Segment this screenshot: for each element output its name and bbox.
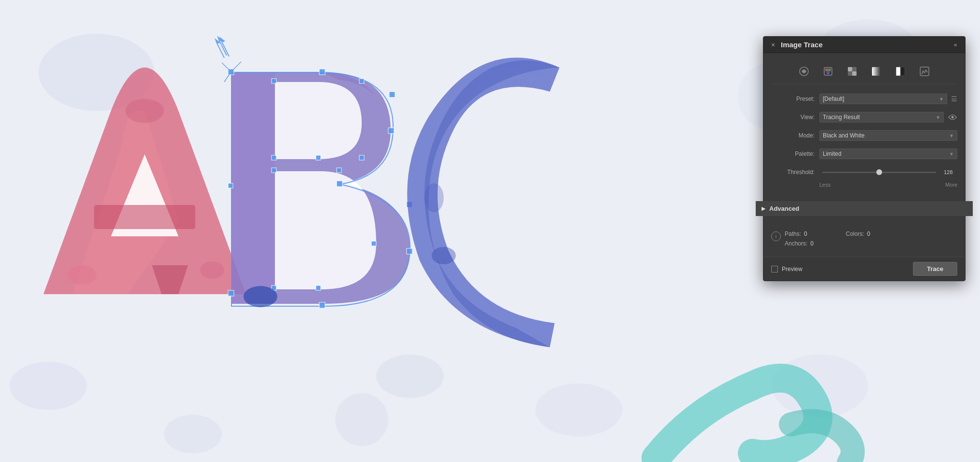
threshold-label: Threshold:: [771, 169, 815, 176]
svg-rect-46: [848, 67, 852, 71]
menu-icon[interactable]: ☰: [951, 95, 957, 103]
stats-grid: Paths: 0 Colors: 0 Anchors: 0: [785, 231, 957, 247]
svg-rect-22: [407, 248, 412, 254]
palette-value: Limited: [823, 150, 842, 157]
palette-row: Palette: Limited ▼: [771, 147, 957, 161]
mode-row: Mode: Black and White ▼: [771, 129, 957, 142]
view-label: View:: [771, 114, 815, 121]
advanced-section[interactable]: ▶ Advanced: [756, 201, 973, 216]
trace-button[interactable]: Trace: [913, 262, 957, 276]
anchors-value: 0: [810, 240, 814, 247]
palette-dropdown[interactable]: Limited ▼: [819, 149, 957, 159]
svg-rect-50: [872, 67, 881, 76]
mode-label: Mode:: [771, 132, 815, 139]
paths-value: 0: [804, 231, 807, 237]
svg-rect-51: [896, 67, 900, 76]
advanced-arrow-icon: ▶: [762, 205, 765, 212]
panel-title: Image Trace: [781, 41, 952, 49]
palette-dropdown-arrow: ▼: [949, 151, 954, 157]
preview-label: Preview: [782, 266, 803, 272]
more-label: More: [945, 182, 957, 188]
preset-dropdown[interactable]: [Default] ▼: [819, 94, 947, 104]
svg-rect-32: [316, 285, 321, 290]
view-value: Tracing Result: [823, 114, 860, 121]
high-color-preset-icon[interactable]: [819, 63, 837, 80]
threshold-slider[interactable]: [822, 172, 936, 173]
svg-point-54: [952, 116, 954, 119]
svg-point-13: [200, 261, 224, 279]
svg-point-14: [125, 99, 164, 123]
svg-point-6: [376, 354, 444, 398]
svg-point-44: [828, 68, 831, 71]
stats-body: i Paths: 0 Colors: 0 Anchors: 0: [763, 220, 965, 257]
mode-dropdown-arrow: ▼: [949, 133, 954, 138]
low-color-preset-icon[interactable]: [844, 63, 861, 80]
svg-rect-11: [94, 205, 195, 229]
panel-titlebar: × Image Trace «: [763, 37, 965, 53]
black-white-preset-icon[interactable]: [892, 63, 909, 80]
preset-icons-row: [771, 59, 957, 84]
preset-dropdown-arrow: ▼: [939, 96, 944, 102]
colors-stat: Colors: 0: [846, 231, 871, 237]
anchors-label: Anchors:: [785, 240, 807, 247]
collapse-button[interactable]: «: [952, 41, 959, 49]
preset-row: Preset: [Default] ▼ ☰: [771, 92, 957, 106]
svg-point-10: [335, 393, 388, 446]
image-trace-panel: × Image Trace «: [763, 36, 966, 281]
svg-rect-18: [389, 92, 395, 97]
svg-rect-26: [272, 168, 276, 173]
close-button[interactable]: ×: [769, 41, 777, 49]
svg-rect-52: [900, 67, 905, 76]
svg-rect-53: [920, 67, 929, 76]
svg-point-3: [10, 362, 87, 410]
svg-rect-24: [272, 79, 276, 83]
paths-label: Paths:: [785, 231, 801, 237]
auto-color-preset-icon[interactable]: [795, 63, 813, 80]
panel-footer: Preview Trace: [763, 257, 965, 281]
slider-labels: Less More: [771, 181, 957, 191]
svg-rect-34: [337, 168, 341, 173]
eye-icon[interactable]: [948, 112, 957, 122]
preview-checkbox[interactable]: Preview: [771, 266, 803, 272]
preview-checkbox-box[interactable]: [771, 266, 778, 272]
mode-value: Black and White: [823, 132, 865, 139]
svg-rect-48: [848, 71, 852, 76]
svg-rect-28: [316, 155, 321, 160]
preset-value: [Default]: [823, 95, 844, 102]
svg-point-5: [535, 383, 622, 436]
svg-point-4: [164, 415, 222, 453]
view-dropdown-arrow: ▼: [936, 115, 940, 120]
stats-row-1: Paths: 0 Colors: 0: [785, 231, 957, 237]
svg-point-43: [825, 68, 828, 71]
svg-point-40: [424, 183, 444, 212]
svg-rect-17: [319, 69, 325, 75]
paths-stat: Paths: 0: [785, 231, 807, 237]
palette-label: Palette:: [771, 150, 815, 157]
mode-dropdown[interactable]: Black and White ▼: [819, 130, 957, 141]
threshold-slider-container: [819, 172, 939, 173]
svg-rect-16: [228, 290, 234, 296]
panel-body: Preset: [Default] ▼ ☰ View: Tracing Resu…: [763, 53, 965, 197]
svg-point-45: [827, 71, 830, 74]
threshold-value: 128: [944, 169, 957, 175]
colors-value: 0: [867, 231, 871, 237]
advanced-label: Advanced: [769, 205, 799, 212]
svg-rect-30: [359, 155, 364, 160]
svg-rect-33: [228, 183, 233, 188]
svg-point-38: [244, 286, 277, 307]
svg-point-12: [68, 265, 96, 285]
svg-rect-23: [319, 302, 325, 308]
view-dropdown[interactable]: Tracing Result ▼: [819, 112, 944, 122]
stats-row-2: Anchors: 0: [785, 240, 957, 247]
less-label: Less: [819, 182, 830, 188]
grayscale-preset-icon[interactable]: [868, 63, 885, 80]
threshold-row: Threshold: 128: [771, 165, 957, 179]
outline-preset-icon[interactable]: [916, 63, 933, 80]
svg-point-39: [432, 247, 456, 264]
svg-rect-25: [272, 155, 276, 160]
preset-label: Preset:: [771, 95, 815, 102]
stats-section: i Paths: 0 Colors: 0 Anchors: 0: [771, 231, 957, 247]
svg-rect-20: [337, 181, 342, 187]
info-icon[interactable]: i: [771, 231, 781, 241]
svg-rect-29: [359, 79, 364, 83]
